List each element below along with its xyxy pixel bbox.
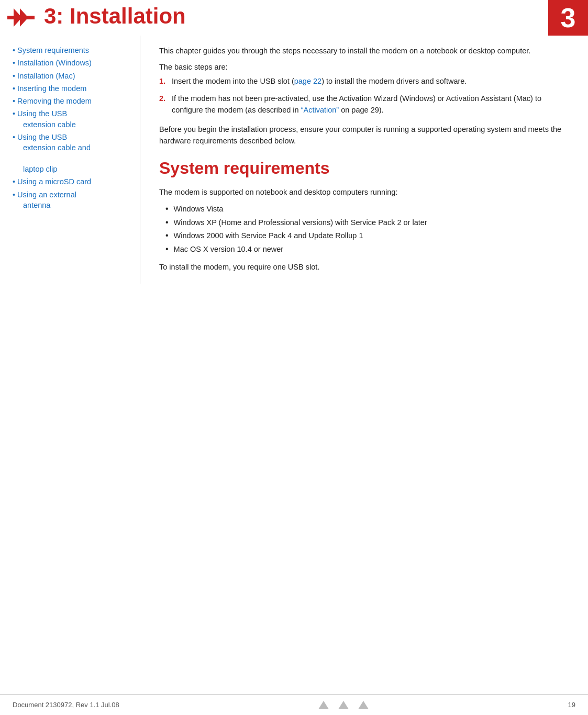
sidebar-link-installation-mac[interactable]: Installation (Mac) — [17, 72, 75, 80]
sidebar-indent-antenna: antenna — [13, 200, 131, 210]
page-title: 3: Installation — [40, 0, 186, 36]
step-1-text-after: ) to install the modem drivers and softw… — [321, 77, 467, 85]
system-requirements-intro: The modem is supported on notebook and d… — [159, 186, 567, 198]
sidebar-item-using-external-antenna[interactable]: Using an externalantenna — [13, 189, 131, 211]
sidebar-item-removing-modem[interactable]: Removing the modem — [13, 96, 131, 106]
sidebar-link-usb-indent1: extension cable — [13, 119, 131, 130]
footer-arrow-3 — [358, 701, 369, 709]
step-1-text-before: Insert the modem into the USB slot ( — [172, 77, 294, 85]
page-footer: Document 2130972, Rev 1.1 Jul.08 19 — [0, 694, 588, 715]
arrows-icon — [7, 4, 35, 31]
step-1-text: Insert the modem into the USB slot (page… — [172, 75, 567, 87]
sidebar-item-using-usb-extension-laptop[interactable]: Using the USBextension cable andlaptop c… — [13, 132, 131, 174]
sidebar-link-inserting-modem[interactable]: Inserting the modem — [17, 84, 86, 93]
page-number: 19 — [568, 701, 575, 709]
os-item-2-text: Windows XP (Home and Professional versio… — [174, 217, 427, 228]
os-item-1-text: Windows Vista — [174, 203, 224, 215]
sidebar: System requirements Installation (Window… — [0, 36, 140, 284]
basic-steps-label: The basic steps are: — [159, 63, 567, 71]
os-item-4: Mac OS X version 10.4 or newer — [159, 243, 567, 255]
system-requirements-heading: System requirements — [159, 159, 567, 178]
step-1: 1. Insert the modem into the USB slot (p… — [159, 75, 567, 87]
os-item-2: Windows XP (Home and Professional versio… — [159, 217, 567, 228]
os-item-3-text: Windows 2000 with Service Pack 4 and Upd… — [174, 230, 363, 241]
chapter-number: 3 — [561, 2, 576, 33]
step-2-number: 2. — [159, 93, 172, 104]
sidebar-item-using-microsd[interactable]: Using a microSD card — [13, 176, 131, 187]
sidebar-item-using-usb-extension[interactable]: Using the USBextension cable — [13, 108, 131, 130]
sidebar-item-installation-windows[interactable]: Installation (Windows) — [13, 58, 131, 68]
sidebar-link-using-external-antenna[interactable]: Using an externalantenna — [13, 191, 131, 211]
os-item-3: Windows 2000 with Service Pack 4 and Upd… — [159, 230, 567, 241]
step-1-number: 1. — [159, 75, 172, 87]
step-2-link[interactable]: “Activation” — [301, 106, 339, 114]
sidebar-link-using-microsd[interactable]: Using a microSD card — [17, 177, 91, 186]
chapter-arrows — [0, 0, 40, 36]
steps-list: 1. Insert the modem into the USB slot (p… — [159, 75, 567, 116]
main-content: This chapter guides you through the step… — [140, 36, 588, 284]
sidebar-link-using-usb-extension-laptop[interactable]: Using the USBextension cable andlaptop c… — [13, 133, 131, 174]
svg-marker-2 — [20, 8, 28, 27]
sidebar-item-inserting-modem[interactable]: Inserting the modem — [13, 83, 131, 94]
main-layout: System requirements Installation (Window… — [0, 36, 588, 284]
before-paragraph: Before you begin the installation proces… — [159, 124, 567, 147]
os-item-4-text: Mac OS X version 10.4 or newer — [174, 243, 284, 255]
os-item-1: Windows Vista — [159, 203, 567, 215]
sidebar-link-removing-modem[interactable]: Removing the modem — [17, 97, 92, 105]
intro-paragraph: This chapter guides you through the step… — [159, 45, 567, 57]
sidebar-indent-ext-laptop2: laptop clip — [13, 164, 131, 174]
os-list: Windows Vista Windows XP (Home and Profe… — [159, 203, 567, 255]
document-info: Document 2130972, Rev 1.1 Jul.08 — [13, 701, 119, 709]
sidebar-link-system-requirements[interactable]: System requirements — [17, 46, 89, 54]
step-2: 2. If the modem has not been pre-activat… — [159, 93, 567, 116]
footer-arrow-1 — [318, 701, 329, 709]
step-2-text-after: on page 29). — [339, 106, 383, 114]
footer-arrows — [318, 701, 369, 709]
step-1-link[interactable]: page 22 — [294, 77, 321, 85]
sidebar-item-installation-mac[interactable]: Installation (Mac) — [13, 71, 131, 81]
step-2-text: If the modem has not been pre-activated,… — [172, 93, 567, 116]
chapter-number-box: 3 — [548, 0, 588, 36]
footer-arrow-2 — [338, 701, 349, 709]
sidebar-link-installation-windows[interactable]: Installation (Windows) — [17, 59, 92, 67]
sidebar-indent-ext-laptop1: extension cable and — [13, 142, 131, 153]
page-header: 3: Installation 3 — [0, 0, 588, 36]
sidebar-link-using-usb-extension[interactable]: Using the USBextension cable — [13, 109, 131, 130]
sidebar-nav: System requirements Installation (Window… — [13, 45, 131, 210]
sidebar-item-system-requirements[interactable]: System requirements — [13, 45, 131, 55]
usb-requirement-text: To install the modem, you require one US… — [159, 261, 567, 273]
